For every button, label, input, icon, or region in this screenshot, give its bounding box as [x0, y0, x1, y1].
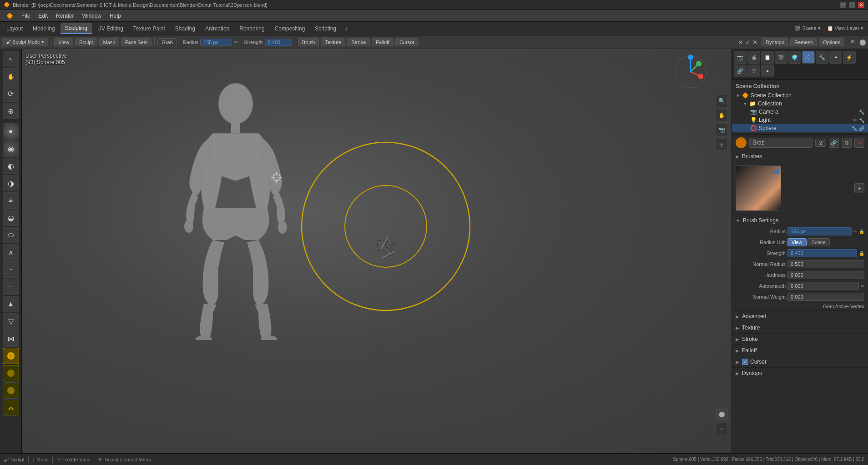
sphere-action-btn[interactable]: 🔧: [852, 126, 857, 131]
light-visibility-btn[interactable]: 👁: [853, 118, 857, 123]
tool-blob[interactable]: ⬭: [3, 227, 19, 243]
menu-blender[interactable]: 🔶: [3, 12, 17, 20]
brush-name-display[interactable]: Grab: [157, 38, 177, 46]
normal-weight-value[interactable]: 0.000: [787, 293, 864, 301]
prop-constraints[interactable]: 🔗: [734, 65, 747, 77]
light-action-btn[interactable]: 🔧: [859, 118, 864, 123]
tab-animation[interactable]: Animation: [201, 24, 234, 34]
tool-draw-sharp[interactable]: ◉: [3, 140, 19, 157]
camera-action-btn[interactable]: 🔧: [859, 110, 864, 115]
tree-item-camera[interactable]: 📷 Camera 🔧: [732, 108, 868, 116]
minimize-button[interactable]: ─: [840, 2, 846, 8]
add-workspace-button[interactable]: +: [342, 23, 351, 34]
stroke-btn[interactable]: Stroke: [347, 38, 370, 46]
strength-input[interactable]: 0.400: [265, 39, 292, 46]
shading-rendered-btn[interactable]: ○: [715, 422, 728, 435]
viewport-shading[interactable]: ⬤: [859, 39, 866, 45]
tool-fill[interactable]: ▲: [3, 296, 19, 312]
cursor-checkbox[interactable]: ✓: [742, 359, 748, 365]
tool-grab-move[interactable]: ✋: [3, 68, 19, 85]
view-menu[interactable]: View: [54, 38, 73, 46]
tool-snake[interactable]: [3, 382, 19, 399]
tool-layer[interactable]: ≡: [3, 192, 19, 209]
prop-data[interactable]: ▽: [747, 65, 760, 77]
dyntopo-btn[interactable]: Dyntopo: [762, 38, 788, 46]
zoom-in-btn[interactable]: 🔍: [715, 95, 728, 107]
tool-flatten[interactable]: ─: [3, 279, 19, 295]
grid-btn[interactable]: ⊞: [715, 138, 728, 151]
normal-radius-value[interactable]: 0.500: [787, 260, 864, 268]
prop-object[interactable]: ⬡: [802, 51, 815, 64]
prop-output[interactable]: 🖨: [747, 51, 760, 64]
tool-thumb[interactable]: [3, 400, 19, 416]
brush-delete-btn[interactable]: ✕: [854, 138, 864, 148]
prop-physics[interactable]: ⚡: [843, 51, 856, 64]
menu-file[interactable]: File: [18, 12, 34, 20]
brush-btn[interactable]: Brush: [298, 38, 319, 46]
stroke-header[interactable]: ▶ Stroke: [732, 334, 868, 345]
tab-modeling[interactable]: Modeling: [28, 24, 60, 34]
radius-lock-icon[interactable]: 🔒: [859, 229, 864, 234]
radius-unit-scene-btn[interactable]: Scene: [807, 238, 830, 246]
tab-compositing[interactable]: Compositing: [270, 24, 310, 34]
tool-clay-strips[interactable]: ◑: [3, 175, 19, 191]
pan-btn[interactable]: ✋: [715, 109, 728, 122]
sculpt-menu[interactable]: Sculpt: [75, 38, 97, 46]
active-brush-name[interactable]: Grab: [749, 138, 812, 148]
camera-btn[interactable]: 📷: [715, 124, 728, 136]
prop-view-layer[interactable]: 📋: [761, 51, 774, 64]
xyz-constraint[interactable]: ✕ ✓ ✕: [736, 38, 760, 47]
brush-link-btn[interactable]: 🔗: [829, 138, 839, 148]
cursor-btn[interactable]: Cursor: [395, 38, 419, 46]
prop-render[interactable]: 📷: [734, 51, 747, 64]
texture-header[interactable]: ▶ Texture: [732, 322, 868, 333]
radius-unit-view-btn[interactable]: View: [787, 238, 807, 246]
tab-layout[interactable]: Layout: [2, 24, 27, 34]
tab-texture-paint[interactable]: Texture Paint: [129, 24, 170, 34]
close-button[interactable]: ✕: [858, 2, 864, 8]
tool-clay[interactable]: ◐: [3, 158, 19, 174]
tab-uv-editing[interactable]: UV Editing: [93, 24, 128, 34]
tool-elastic[interactable]: [3, 365, 19, 381]
tree-item-light[interactable]: 💡 Light 👁 🔧: [732, 116, 868, 124]
remesh-btn[interactable]: Remesh: [790, 38, 817, 46]
brush-preview-add-btn[interactable]: +: [854, 183, 864, 193]
hardness-value[interactable]: 0.000: [787, 271, 864, 279]
options-btn[interactable]: Options: [819, 38, 844, 46]
view-layer-selector[interactable]: 📋 View Layer ▾: [824, 25, 866, 31]
autosmooth-value[interactable]: 0.000: [787, 282, 859, 290]
tool-crease[interactable]: ∧: [3, 244, 19, 260]
tool-smooth[interactable]: ~: [3, 261, 19, 278]
prop-material[interactable]: ●: [761, 65, 774, 77]
prop-scene[interactable]: 🎬: [775, 51, 787, 64]
strength-lock-icon[interactable]: 🔒: [859, 251, 864, 256]
menu-window[interactable]: Window: [78, 12, 105, 20]
nav-gizmo[interactable]: [672, 54, 709, 91]
tool-scale[interactable]: ⊕: [3, 103, 19, 119]
radius-setting-value[interactable]: 155 px: [787, 227, 852, 235]
menu-render[interactable]: Render: [52, 12, 77, 20]
tree-item-sphere[interactable]: ⭕ Sphere 🔧 🔗: [732, 124, 868, 132]
brushes-section-header[interactable]: ▶ Brushes: [732, 151, 868, 162]
radius-edit-icon[interactable]: ✏: [234, 39, 238, 45]
sphere-constraint-btn[interactable]: 🔗: [859, 126, 864, 131]
tab-sculpting[interactable]: Sculpting: [61, 23, 92, 34]
tool-scrape[interactable]: ▽: [3, 313, 19, 330]
brush-preview[interactable]: [736, 165, 781, 211]
shading-solid-btn[interactable]: ⬤: [715, 408, 728, 420]
cursor-header[interactable]: ▶ ✓ Cursor: [732, 356, 868, 367]
brush-num[interactable]: 2: [815, 139, 826, 147]
advanced-header[interactable]: ▶ Advanced: [732, 311, 868, 322]
tab-shading[interactable]: Shading: [171, 24, 200, 34]
tool-select[interactable]: ↖: [3, 51, 19, 67]
face-sets-menu[interactable]: Face Sets: [121, 38, 152, 46]
brush-settings-header[interactable]: ▼ Brush Settings: [732, 215, 868, 226]
falloff-btn[interactable]: Falloff: [372, 38, 394, 46]
radius-pen-icon[interactable]: ✏: [853, 229, 857, 234]
scene-selector[interactable]: 🎬 Scene ▾: [792, 25, 823, 31]
tab-rendering[interactable]: Rendering: [235, 24, 269, 34]
autosmooth-icon[interactable]: ✏: [861, 284, 864, 289]
texture-btn[interactable]: Texture: [321, 38, 345, 46]
falloff-header[interactable]: ▶ Falloff: [732, 345, 868, 356]
tree-item-collection[interactable]: ▼ 📁 Collection: [732, 100, 868, 108]
